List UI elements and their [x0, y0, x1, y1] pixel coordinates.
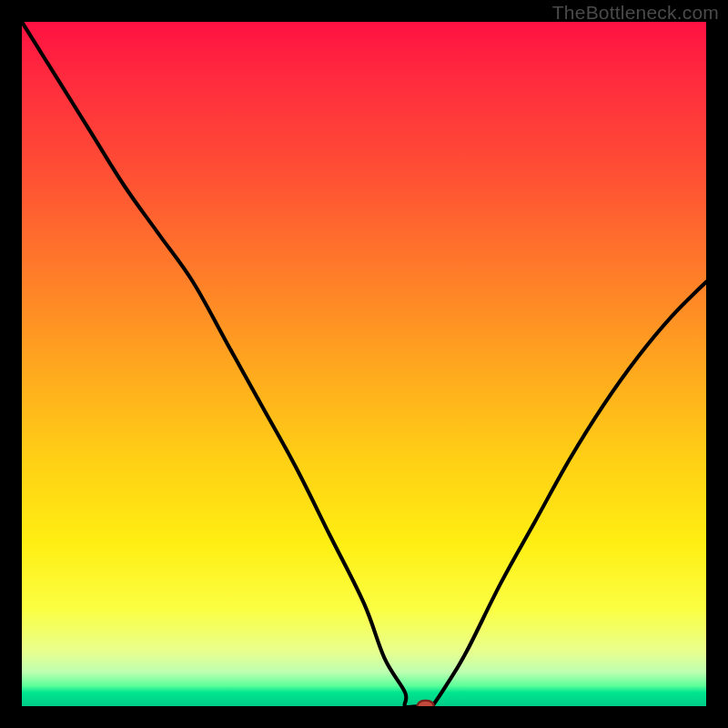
optimal-marker — [418, 701, 434, 706]
watermark: TheBottleneck.com — [552, 2, 719, 24]
chart-frame: TheBottleneck.com — [0, 0, 728, 728]
bottleneck-curve — [22, 22, 706, 706]
plot-area — [22, 22, 706, 706]
bottleneck-curve-svg — [22, 22, 706, 706]
